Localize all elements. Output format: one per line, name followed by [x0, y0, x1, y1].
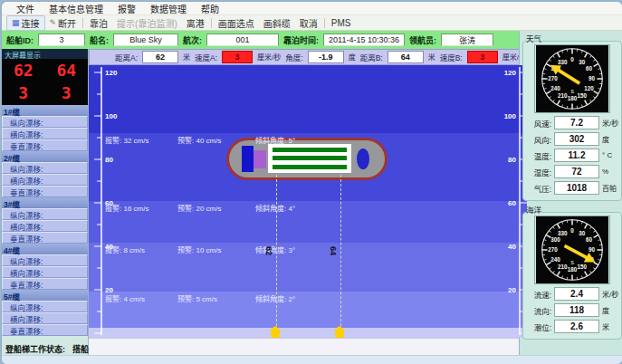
cargo-bar [273, 165, 347, 169]
svg-text:80: 80 [508, 156, 516, 164]
toolbar-item-5[interactable]: 画面选点 [214, 16, 259, 30]
measure-value-3[interactable]: 64 [388, 51, 424, 63]
ocean-value-1[interactable]: 118 [554, 303, 599, 317]
measure-unit-1: 厘米/秒 [257, 52, 281, 62]
cable-5-row-1[interactable]: 横向漂移: [2, 312, 88, 324]
weather-row-0: 风速:7.2米/秒 [526, 116, 618, 129]
cable-section-title-5: 5#缆 [2, 290, 88, 301]
mooring-line-label-1: 64 [329, 246, 338, 255]
toolbar-item-0[interactable]: ▦连接 [6, 15, 45, 31]
ocean-unit-2: 米 [602, 321, 609, 331]
cable-4-row-0[interactable]: 纵向漂移: [2, 254, 88, 266]
info-field-3[interactable]: 2011-4-15 10:30:36 [323, 34, 405, 46]
weather-value-3[interactable]: 72 [554, 165, 599, 178]
svg-text:S: S [570, 260, 574, 265]
cable-4-row-1[interactable]: 横向漂移: [2, 266, 88, 278]
zone-warning-label: 预警: 20 cm/s [177, 203, 255, 213]
svg-text:60: 60 [586, 236, 592, 243]
info-label-4: 领航员: [409, 34, 436, 46]
big-display-value: 62 [14, 62, 33, 80]
toolbar: ▦连接✎断开靠泊提示(靠泊监测)离港画面选点画斜缆取消PMS [2, 15, 622, 31]
cable-section-title-2: 2#缆 [2, 151, 88, 162]
ocean-unit-0: 米/秒 [602, 289, 618, 299]
measure-value-4[interactable]: 3 [467, 51, 498, 63]
toolbar-item-4[interactable]: 离港 [182, 16, 209, 30]
svg-text:270: 270 [548, 75, 558, 81]
cable-3-row-0[interactable]: 纵向漂移: [2, 208, 88, 220]
cable-5-row-0[interactable]: 纵向漂移: [2, 301, 88, 312]
weather-value-4[interactable]: 1018 [554, 181, 599, 195]
measurement-bar: 距离A:62米速度A:3厘米/秒角度:-1.9度距离B:64米速度B:3厘米/秒 [89, 49, 527, 65]
cable-2-row-2[interactable]: 垂直漂移: [2, 186, 88, 197]
zone-warning-label: 预警: 5 cm/s [177, 293, 255, 303]
cable-2-row-0[interactable]: 纵向漂移: [2, 162, 88, 174]
weather-row-4: 气压:1018百帕 [526, 181, 618, 195]
cable-sections: 1#缆纵向漂移:横向漂移:垂直漂移:2#缆纵向漂移:横向漂移:垂直漂移:3#缆纵… [2, 105, 88, 336]
svg-text:330: 330 [558, 230, 568, 236]
weather-value-0[interactable]: 7.2 [554, 116, 599, 129]
ocean-label-0: 流速: [526, 289, 551, 300]
toolbar-item-7[interactable]: 取消 [295, 16, 322, 30]
toolbar-item-8[interactable]: PMS [327, 18, 356, 28]
cable-section-title-4: 4#缆 [2, 244, 88, 254]
measure-value-1[interactable]: 3 [222, 51, 253, 63]
menu-item-3[interactable]: 数据管理 [143, 2, 194, 15]
info-field-2[interactable]: 001 [206, 34, 279, 46]
weather-label-3: 湿度: [526, 167, 551, 177]
mooring-line-1 [340, 175, 341, 330]
svg-text:40: 40 [105, 243, 113, 251]
ocean-value-0[interactable]: 2.4 [554, 287, 599, 301]
measure-label-3: 距离B: [360, 52, 383, 62]
info-field-1[interactable]: Blue Sky [113, 34, 178, 46]
ocean-value-2[interactable]: 2.6 [554, 320, 599, 333]
weather-row-1: 风向:302度 [526, 132, 618, 146]
weather-label-1: 风向: [526, 134, 551, 145]
svg-text:120: 120 [584, 85, 594, 91]
toolbar-item-1[interactable]: ✎断开 [45, 16, 81, 30]
berth-chart: 报警: 32 cm/s预警: 40 cm/s倾斜角度: 5°报警: 16 cm/… [89, 65, 527, 338]
toolbar-item-6[interactable]: 画斜缆 [259, 16, 295, 30]
cable-1-row-2[interactable]: 垂直漂移: [2, 139, 88, 151]
info-label-2: 航次: [183, 34, 202, 46]
menu-item-0[interactable]: 文件 [9, 2, 42, 15]
weather-value-1[interactable]: 302 [554, 132, 599, 146]
cable-5-row-2[interactable]: 垂直漂移: [2, 324, 88, 336]
measure-unit-0: 米 [183, 52, 190, 62]
weather-value-2[interactable]: 11.2 [554, 148, 599, 162]
cable-2-row-1[interactable]: 横向漂移: [2, 174, 88, 186]
measure-value-2[interactable]: -1.9 [308, 51, 344, 63]
svg-text:60: 60 [508, 199, 516, 207]
cable-1-row-1[interactable]: 横向漂移: [2, 128, 88, 139]
svg-text:180: 180 [568, 266, 578, 273]
weather-unit-4: 百帕 [602, 183, 617, 193]
menu-item-4[interactable]: 帮助 [194, 2, 226, 15]
svg-text:120: 120 [105, 69, 118, 77]
svg-text:120: 120 [504, 69, 517, 77]
cable-1-row-0[interactable]: 纵向漂移: [2, 116, 88, 128]
toolbar-item-2[interactable]: 靠泊 [85, 16, 112, 30]
cable-3-row-2[interactable]: 垂直漂移: [2, 232, 88, 244]
mooring-line-0 [276, 175, 277, 330]
svg-text:90: 90 [589, 75, 595, 81]
ocean-row-1: 流向:118度 [526, 303, 618, 317]
svg-text:150: 150 [578, 263, 588, 270]
cable-4-row-2[interactable]: 垂直漂移: [2, 278, 88, 290]
menu-item-1[interactable]: 基本信息管理 [42, 2, 110, 15]
weather-label-4: 气压: [526, 183, 551, 194]
ocean-group-box: 0306090120150180210240270300330S 流速:2.4米… [522, 212, 622, 340]
info-field-0[interactable]: 3 [38, 34, 85, 46]
zone-warning-label: 预警: 40 cm/s [177, 135, 255, 145]
weather-group-label: 天气 [526, 33, 541, 43]
menu-item-2[interactable]: 报警 [110, 2, 143, 15]
info-field-4[interactable]: 张涛 [441, 34, 493, 46]
svg-text:30: 30 [579, 59, 585, 65]
cable-3-row-1[interactable]: 横向漂移: [2, 220, 88, 232]
measure-value-0[interactable]: 62 [142, 51, 178, 63]
info-label-1: 船名: [90, 34, 109, 46]
measure-label-2: 角度: [285, 52, 302, 62]
connect-icon: ▦ [12, 19, 20, 27]
ocean-group: 海洋 0306090120150180210240270300330S 流速:2… [522, 204, 622, 340]
ocean-unit-1: 度 [602, 305, 609, 315]
mooring-line-label-0: 62 [264, 246, 273, 255]
svg-text:40: 40 [508, 243, 516, 251]
